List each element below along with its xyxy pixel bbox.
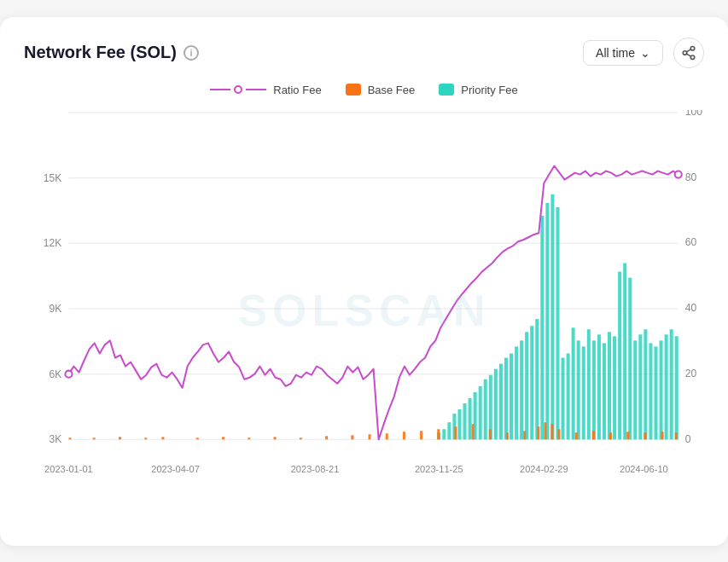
svg-rect-36 bbox=[479, 385, 482, 439]
svg-rect-96 bbox=[523, 431, 526, 439]
svg-rect-100 bbox=[557, 429, 560, 439]
svg-rect-69 bbox=[649, 343, 652, 439]
svg-rect-53 bbox=[567, 353, 570, 439]
svg-rect-106 bbox=[661, 432, 664, 439]
svg-rect-49 bbox=[545, 202, 549, 438]
svg-text:80: 80 bbox=[685, 171, 697, 183]
svg-rect-94 bbox=[489, 429, 492, 439]
svg-rect-57 bbox=[587, 329, 591, 439]
svg-rect-81 bbox=[222, 437, 224, 439]
svg-rect-104 bbox=[626, 432, 629, 439]
legend-ratio-fee-label: Ratio Fee bbox=[273, 84, 321, 96]
svg-rect-89 bbox=[403, 432, 405, 439]
svg-rect-72 bbox=[665, 334, 668, 439]
header-right: All time ⌄ bbox=[583, 38, 704, 68]
legend-base-fee-box bbox=[346, 84, 361, 96]
svg-rect-55 bbox=[577, 340, 580, 439]
svg-rect-60 bbox=[603, 343, 606, 439]
svg-rect-42 bbox=[510, 353, 513, 439]
svg-rect-75 bbox=[68, 437, 71, 439]
svg-rect-47 bbox=[535, 319, 539, 439]
svg-rect-40 bbox=[499, 363, 503, 439]
svg-rect-102 bbox=[592, 431, 595, 439]
svg-rect-56 bbox=[582, 346, 585, 439]
svg-rect-37 bbox=[484, 379, 487, 439]
svg-rect-97 bbox=[537, 426, 539, 439]
legend-item-priority-fee: Priority Fee bbox=[439, 84, 517, 96]
svg-rect-48 bbox=[540, 216, 544, 439]
svg-text:15K: 15K bbox=[44, 171, 62, 183]
svg-text:2023-08-21: 2023-08-21 bbox=[291, 463, 340, 473]
svg-text:2024-02-29: 2024-02-29 bbox=[520, 463, 568, 473]
svg-rect-54 bbox=[572, 327, 575, 439]
time-selector[interactable]: All time ⌄ bbox=[583, 40, 663, 66]
chart-svg: 3K 6K 9K 12K 15K 0 20 40 60 80 100 2023-… bbox=[24, 110, 704, 511]
share-button[interactable] bbox=[673, 38, 704, 68]
svg-rect-101 bbox=[575, 432, 578, 439]
share-icon bbox=[681, 45, 696, 61]
svg-text:9K: 9K bbox=[50, 303, 62, 315]
svg-text:100: 100 bbox=[685, 110, 702, 118]
svg-rect-66 bbox=[633, 340, 637, 439]
svg-rect-77 bbox=[119, 437, 121, 439]
legend-ratio-line bbox=[210, 89, 230, 90]
svg-rect-39 bbox=[494, 368, 498, 439]
chart-title: Network Fee (SOL) bbox=[24, 43, 177, 62]
svg-rect-84 bbox=[300, 437, 302, 439]
legend-priority-fee-label: Priority Fee bbox=[461, 84, 517, 96]
svg-text:40: 40 bbox=[685, 302, 697, 314]
svg-rect-45 bbox=[525, 332, 528, 439]
svg-rect-71 bbox=[660, 340, 663, 439]
svg-rect-59 bbox=[597, 334, 601, 439]
svg-text:3K: 3K bbox=[50, 433, 62, 445]
time-selector-label: All time bbox=[596, 46, 635, 60]
legend-priority-fee-box bbox=[439, 84, 454, 96]
svg-line-3 bbox=[686, 54, 690, 56]
svg-line-4 bbox=[686, 49, 690, 51]
svg-rect-61 bbox=[608, 332, 611, 439]
svg-rect-85 bbox=[325, 436, 328, 439]
svg-rect-43 bbox=[515, 346, 518, 439]
svg-rect-41 bbox=[504, 357, 508, 439]
svg-rect-29 bbox=[442, 429, 446, 439]
svg-rect-87 bbox=[369, 434, 371, 439]
svg-text:2023-01-01: 2023-01-01 bbox=[44, 463, 93, 473]
chart-header: Network Fee (SOL) i All time ⌄ bbox=[24, 38, 704, 68]
svg-text:12K: 12K bbox=[44, 237, 62, 249]
svg-rect-70 bbox=[654, 346, 657, 439]
svg-rect-65 bbox=[628, 277, 632, 439]
svg-rect-74 bbox=[675, 336, 678, 439]
svg-rect-90 bbox=[420, 431, 422, 439]
svg-rect-32 bbox=[457, 409, 461, 439]
legend-ratio-line-2 bbox=[246, 89, 266, 90]
svg-rect-86 bbox=[351, 435, 353, 439]
svg-rect-67 bbox=[638, 334, 642, 439]
svg-rect-80 bbox=[196, 437, 199, 439]
svg-rect-51 bbox=[556, 206, 559, 438]
svg-rect-82 bbox=[248, 437, 250, 439]
legend-item-base-fee: Base Fee bbox=[346, 84, 416, 96]
svg-rect-33 bbox=[463, 403, 467, 438]
svg-rect-34 bbox=[469, 397, 472, 438]
svg-rect-52 bbox=[562, 357, 565, 439]
svg-rect-73 bbox=[670, 329, 673, 439]
svg-rect-83 bbox=[274, 437, 277, 439]
svg-rect-58 bbox=[592, 340, 596, 439]
chart-legend: Ratio Fee Base Fee Priority Fee bbox=[24, 84, 704, 96]
info-icon[interactable]: i bbox=[183, 45, 199, 61]
svg-text:20: 20 bbox=[685, 367, 697, 379]
svg-rect-76 bbox=[93, 437, 96, 439]
svg-rect-64 bbox=[623, 263, 626, 439]
svg-text:2024-06-10: 2024-06-10 bbox=[620, 463, 668, 473]
svg-rect-99 bbox=[550, 424, 553, 439]
svg-rect-103 bbox=[609, 432, 612, 439]
chart-area: SOLSCAN 3K 6K 9K 12K 15K 0 20 40 60 80 1… bbox=[24, 110, 704, 511]
svg-rect-79 bbox=[161, 437, 164, 439]
legend-ratio-dot bbox=[234, 85, 242, 94]
svg-rect-68 bbox=[644, 329, 647, 439]
chart-card: Network Fee (SOL) i All time ⌄ Ratio bbox=[0, 17, 728, 546]
svg-rect-78 bbox=[144, 437, 147, 439]
legend-item-ratio-fee: Ratio Fee bbox=[210, 84, 321, 96]
svg-point-108 bbox=[65, 370, 72, 377]
svg-text:2023-11-25: 2023-11-25 bbox=[415, 463, 463, 473]
